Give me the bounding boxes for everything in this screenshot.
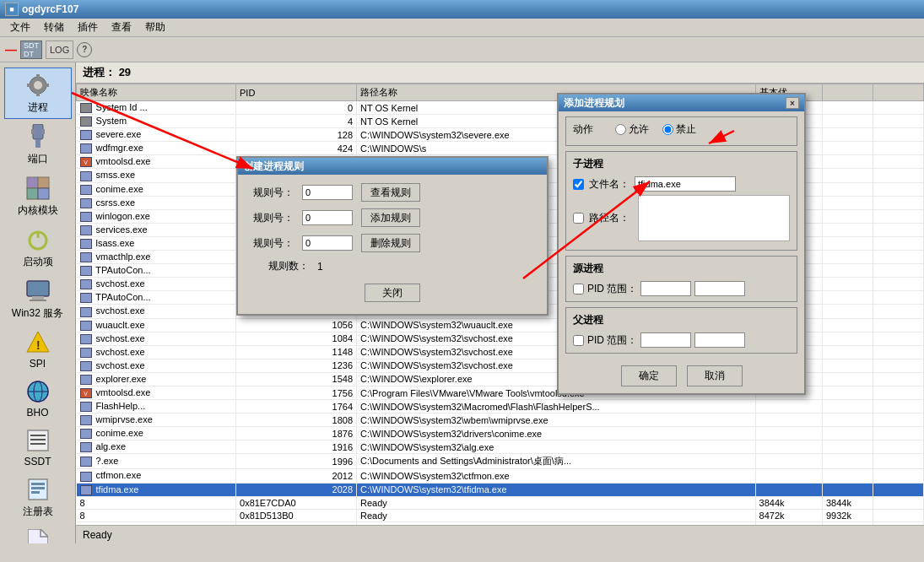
action-deny-label[interactable]: 禁止	[662, 122, 696, 137]
table-cell-col5	[873, 318, 924, 332]
table-row[interactable]: System Id ...	[77, 101, 236, 115]
menu-plugin[interactable]: 插件	[71, 19, 105, 36]
sidebar-item-bho[interactable]: BHO	[4, 374, 72, 423]
table-row[interactable]: V vmtoolsd.exe	[77, 386, 236, 399]
table-row[interactable]: winlogon.exe	[77, 209, 236, 223]
menu-view[interactable]: 查看	[105, 19, 138, 36]
sidebar-item-process[interactable]: 进程	[4, 68, 72, 119]
cancel-button[interactable]: 取消	[687, 365, 743, 386]
help-button[interactable]: ?	[77, 42, 92, 57]
create-rule-dialog-titlebar: 创建进程规则	[238, 158, 547, 175]
table-row[interactable]: wdfmgr.exe	[77, 142, 236, 155]
table-row[interactable]: svchost.exe	[77, 332, 236, 345]
parent-pid-checkbox[interactable]	[573, 335, 584, 346]
table-row[interactable]: V vmtoolsd.exe	[77, 155, 236, 169]
table-cell-col5	[873, 115, 924, 128]
table-row[interactable]: svchost.exe	[77, 359, 236, 372]
sidebar-item-win32service[interactable]: Win32 服务	[4, 273, 72, 325]
table-row[interactable]: smss.exe	[77, 169, 236, 182]
add-rule-close-button[interactable]: ×	[786, 97, 799, 109]
action-allow-radio[interactable]	[615, 124, 626, 135]
table-row[interactable]: wmiprvse.exe	[77, 413, 236, 427]
source-pid-to[interactable]	[694, 281, 745, 296]
source-pid-checkbox[interactable]	[573, 284, 584, 295]
table-cell-pid: 1808	[236, 413, 357, 427]
table-row[interactable]: wuauclt.exe	[77, 318, 236, 332]
parent-pid-from[interactable]	[640, 332, 691, 348]
add-rule-button[interactable]: 添加规则	[361, 208, 420, 227]
table-row[interactable]: lsass.exe	[77, 236, 236, 250]
menu-bar: 文件 转储 插件 查看 帮助	[0, 19, 924, 37]
table-row[interactable]: 8	[77, 509, 236, 521]
table-cell-pid: 1548	[236, 372, 357, 386]
table-row[interactable]: conime.exe	[77, 427, 236, 440]
action-allow-label[interactable]: 允许	[615, 122, 649, 137]
view-rule-button[interactable]: 查看规则	[361, 183, 420, 202]
table-cell-col5	[873, 345, 924, 359]
table-cell-base	[755, 440, 822, 454]
menu-dump[interactable]: 转储	[37, 19, 71, 36]
table-row[interactable]: System	[77, 115, 236, 128]
table-row[interactable]: svchost.exe	[77, 345, 236, 359]
sidebar-item-file[interactable]: 文件	[4, 523, 72, 543]
table-cell-col4	[823, 169, 873, 182]
sdt-button[interactable]: SDTDT	[20, 41, 42, 59]
table-row[interactable]: TPAutoCon...	[77, 264, 236, 278]
table-row[interactable]: svchost.exe	[77, 278, 236, 291]
table-cell-pid: 1148	[236, 345, 357, 359]
sidebar-item-port[interactable]: 端口	[4, 119, 72, 170]
table-row[interactable]: svchost.exe	[77, 305, 236, 318]
table-cell-col4	[823, 413, 873, 427]
sidebar-item-registry[interactable]: 注册表	[4, 472, 72, 523]
table-cell-col5	[873, 509, 924, 521]
sidebar-item-spi[interactable]: ! SPI	[4, 325, 72, 374]
table-row[interactable]: services.exe	[77, 223, 236, 236]
confirm-button[interactable]: 确定	[621, 365, 677, 386]
table-row[interactable]: ctfmon.exe	[77, 469, 236, 483]
rule-row2-input[interactable]	[302, 210, 353, 225]
sidebar-item-kernel[interactable]: 内核模块	[4, 170, 72, 222]
table-cell-path: C:\WINDOWS\system32\tfidma.exe	[357, 483, 756, 496]
rule-count-row: 规则数： 1	[251, 259, 533, 273]
rule-row1-input[interactable]	[302, 185, 353, 200]
table-row[interactable]: vmacthlp.exe	[77, 251, 236, 264]
filepath-checkbox[interactable]	[573, 213, 584, 224]
table-row[interactable]: TPAutoCon...	[77, 291, 236, 305]
minus-icon[interactable]: —	[5, 43, 17, 57]
parent-pid-to[interactable]	[694, 332, 745, 348]
filename-input[interactable]	[635, 176, 736, 192]
sidebar-label-bho: BHO	[26, 407, 48, 419]
create-rule-dialog[interactable]: 创建进程规则 规则号： 查看规则 规则号： 添加规则 规则号： 删除规则 规则数…	[236, 156, 548, 316]
file-icon	[24, 527, 51, 543]
table-row[interactable]: csrss.exe	[77, 196, 236, 209]
add-rule-dialog[interactable]: 添加进程规划 × 动作 允许 禁止 子进程 文件名：	[557, 93, 806, 395]
sidebar-label-port: 端口	[28, 152, 48, 166]
sidebar-item-ssdt[interactable]: SSDT	[4, 423, 72, 472]
table-cell-col5	[873, 251, 924, 264]
table-row[interactable]: tfidma.exe	[77, 483, 236, 496]
table-row[interactable]: ?.exe	[77, 454, 236, 469]
sidebar-item-startup[interactable]: 启动项	[4, 222, 72, 273]
rule-row3-input[interactable]	[302, 235, 353, 251]
col-header-pid: PID	[236, 84, 357, 101]
filepath-textarea[interactable]	[638, 195, 790, 241]
table-cell-pid: 0	[236, 101, 357, 115]
menu-file[interactable]: 文件	[3, 19, 37, 36]
log-button[interactable]: LOG	[46, 41, 73, 59]
filename-checkbox[interactable]	[573, 179, 584, 190]
action-deny-radio[interactable]	[662, 124, 673, 135]
delete-rule-button[interactable]: 删除规则	[361, 234, 420, 252]
table-cell-col4	[823, 278, 873, 291]
menu-help[interactable]: 帮助	[138, 19, 172, 36]
table-row[interactable]: FlashHelp...	[77, 400, 236, 413]
table-row[interactable]: conime.exe	[77, 182, 236, 196]
table-row[interactable]: alg.exe	[77, 440, 236, 454]
table-row[interactable]: explorer.exe	[77, 372, 236, 386]
svg-rect-16	[27, 281, 49, 296]
source-pid-from[interactable]	[640, 281, 691, 296]
close-create-rule-button[interactable]: 关闭	[365, 284, 420, 302]
table-row[interactable]: 8	[77, 496, 236, 509]
create-rule-title: 创建进程规则	[243, 159, 304, 174]
table-cell-col5	[873, 496, 924, 509]
table-row[interactable]: severe.exe	[77, 128, 236, 142]
